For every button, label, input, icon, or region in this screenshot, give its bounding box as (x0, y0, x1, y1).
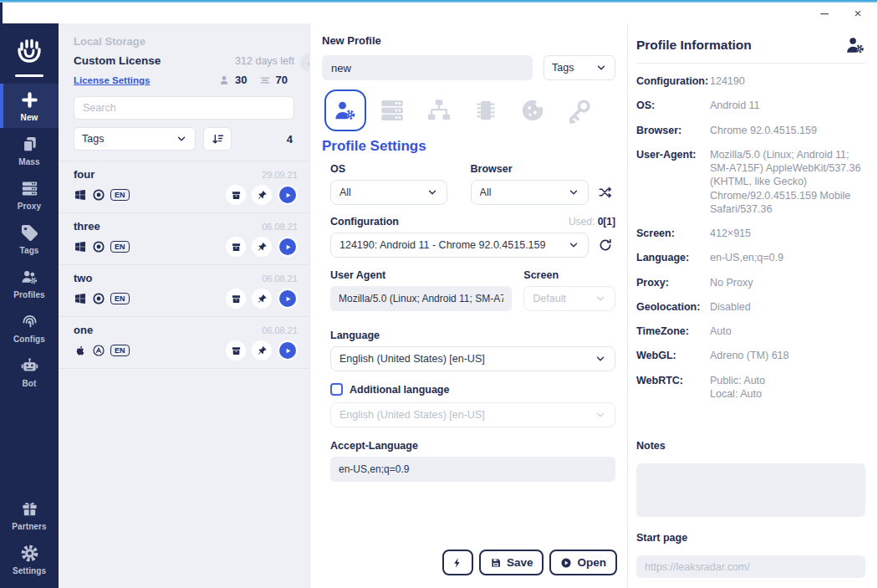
pin-button[interactable] (252, 185, 272, 205)
profile-date: 06.08.21 (262, 325, 298, 335)
chevron-down-icon (595, 293, 606, 304)
language-label: Language (330, 330, 615, 341)
play-icon (279, 290, 296, 307)
sidebar-item-label: Tags (20, 246, 39, 255)
profile-info-panel: Profile Information Configuration:124190… (627, 23, 877, 588)
chevron-down-icon (595, 62, 607, 74)
sidebar-item-proxy[interactable]: Proxy (0, 172, 59, 217)
close-button[interactable]: × (845, 3, 870, 23)
info-row-os: OS:Android 11 (636, 99, 865, 112)
run-profile-button[interactable] (278, 185, 298, 205)
screen-select[interactable]: Default (523, 286, 615, 311)
sidebar-item-settings[interactable]: Settings (0, 537, 59, 581)
profile-name: four (74, 168, 94, 181)
gear-icon (20, 544, 39, 563)
info-row-webrtc: WebRTC:Public: AutoLocal: Auto (636, 374, 865, 401)
minimize-button[interactable]: – (812, 3, 837, 23)
info-row-timezone: TimeZone:Auto (636, 325, 865, 338)
language-select[interactable]: English (United States) [en-US] (330, 346, 615, 371)
save-icon (490, 557, 502, 569)
profile-date: 06.08.21 (262, 222, 298, 232)
profile-row[interactable]: two 06.08.21 EN (59, 264, 309, 316)
refresh-configuration-button[interactable] (595, 233, 615, 258)
pin-button[interactable] (252, 237, 272, 257)
accept-language-input[interactable] (330, 457, 615, 482)
archive-button[interactable] (226, 185, 246, 205)
pin-button[interactable] (252, 289, 272, 309)
pin-button[interactable] (252, 340, 272, 360)
tab-network-settings[interactable] (416, 89, 462, 132)
profile-row[interactable]: four 29.09.21 EN (59, 161, 309, 212)
run-profile-button[interactable] (278, 237, 298, 257)
configs-left-count: 70 (276, 74, 288, 86)
archive-button[interactable] (226, 237, 246, 257)
run-profile-button[interactable] (278, 289, 298, 309)
tab-cookies-settings[interactable] (509, 89, 556, 132)
notes-textarea[interactable] (636, 463, 865, 517)
chevron-down-icon (595, 409, 606, 421)
tab-main-settings[interactable] (322, 89, 369, 132)
tags-filter-label: Tags (82, 133, 104, 145)
tab-proxy-settings[interactable] (369, 89, 416, 132)
info-row-browser: Browser:Chrome 92.0.4515.159 (636, 124, 865, 137)
refresh-icon (598, 238, 613, 253)
profile-row[interactable]: one 06.08.21 EN (59, 316, 309, 369)
additional-language-select[interactable]: English (United States) [en-US] (330, 402, 615, 427)
additional-language-checkbox[interactable] (330, 383, 343, 396)
tags-filter-select[interactable]: Tags (74, 127, 196, 151)
search-input[interactable] (74, 96, 294, 120)
cookie-icon (518, 96, 547, 125)
copy-icon (20, 135, 39, 154)
plus-icon (20, 90, 39, 110)
editor-tags-label: Tags (552, 62, 574, 74)
save-button[interactable]: Save (479, 550, 544, 575)
tab-passwords-settings[interactable] (556, 89, 603, 132)
info-row-proxy: Proxy:No Proxy (636, 276, 865, 289)
sidebar-item-configs[interactable]: Configs (0, 305, 59, 350)
sitemap-icon (425, 96, 453, 125)
os-select[interactable]: All (330, 180, 447, 205)
language-badge: EN (110, 345, 130, 357)
profile-date: 29.09.21 (262, 170, 298, 180)
user-gear-icon (334, 99, 357, 122)
pin-icon (257, 242, 268, 253)
play-circle-icon (560, 557, 572, 569)
sort-button[interactable] (203, 127, 232, 151)
shuffle-icon (598, 185, 613, 200)
user-agent-input[interactable] (330, 286, 512, 311)
start-page-input[interactable] (636, 555, 865, 578)
tag-icon (20, 223, 39, 243)
tab-hardware-settings[interactable] (462, 89, 509, 132)
sidebar-item-partners[interactable]: Partners (0, 493, 59, 537)
chrome-icon (92, 240, 105, 253)
chevron-down-icon (426, 187, 438, 198)
open-button[interactable]: Open (549, 550, 617, 575)
license-settings-link[interactable]: License Settings (74, 75, 150, 85)
archive-button[interactable] (226, 289, 246, 309)
gift-icon (20, 499, 39, 519)
info-row-user-agent: User-Agent:Mozilla/5.0 (Linux; Android 1… (636, 148, 865, 216)
archive-button[interactable] (226, 340, 246, 360)
sidebar-item-bot[interactable]: Bot (0, 350, 59, 394)
archive-icon (231, 190, 242, 201)
sidebar-item-label: Configs (13, 335, 45, 344)
profile-name-input[interactable] (322, 55, 533, 80)
sidebar-item-mass[interactable]: Mass (0, 128, 59, 172)
apple-icon (74, 344, 87, 357)
sidebar-item-tags[interactable]: Tags (0, 217, 59, 261)
randomize-config-button[interactable] (595, 180, 615, 205)
play-icon (279, 187, 296, 203)
robot-icon (20, 356, 39, 376)
sidebar-item-profiles[interactable]: Profiles (0, 261, 59, 305)
sidebar-item-new[interactable]: New (0, 84, 59, 128)
browser-select[interactable]: All (471, 180, 590, 205)
logo-divider (15, 74, 43, 77)
configuration-select[interactable]: 124190: Android 11 - Chrome 92.0.4515.15… (330, 233, 589, 258)
profile-row[interactable]: three 06.08.21 EN (59, 212, 309, 264)
archive-icon (231, 242, 242, 253)
run-profile-button[interactable] (278, 340, 298, 360)
quick-create-button[interactable] (442, 550, 473, 575)
editor-tags-select[interactable]: Tags (544, 55, 615, 80)
browser-label: Browser (471, 163, 590, 175)
fingerprint-hand-logo-icon (12, 33, 47, 69)
